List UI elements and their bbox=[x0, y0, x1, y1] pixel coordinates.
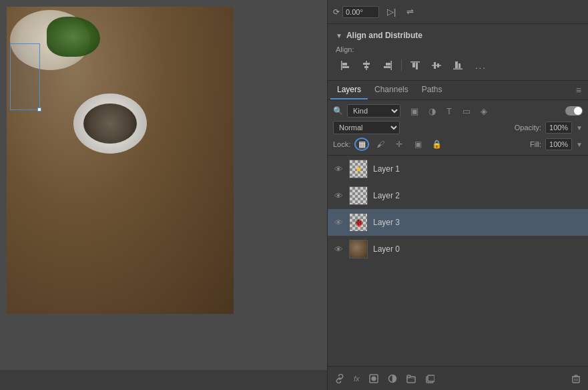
filter-smart-button[interactable]: ◈ bbox=[477, 104, 491, 118]
opacity-input[interactable] bbox=[545, 122, 572, 134]
filter-type-button[interactable]: T bbox=[442, 104, 457, 118]
angle-icon: ⟳ bbox=[333, 7, 340, 17]
add-mask-button[interactable] bbox=[367, 372, 380, 385]
opacity-dropdown-arrow[interactable]: ▼ bbox=[576, 124, 583, 132]
align-left-edges-button[interactable] bbox=[336, 57, 354, 73]
svg-rect-0 bbox=[341, 61, 342, 70]
svg-point-19 bbox=[371, 376, 376, 381]
lock-artboard-button[interactable]: ▣ bbox=[410, 138, 425, 151]
layers-panel: Layers Channels Paths ≡ 🔍 Kind ▣ ◑ T ▭ ◈ bbox=[328, 81, 588, 390]
align-top-edges-button[interactable] bbox=[406, 57, 424, 73]
svg-rect-7 bbox=[386, 63, 390, 65]
svg-rect-14 bbox=[437, 63, 439, 67]
svg-rect-5 bbox=[364, 66, 368, 68]
adjustment-layer-button[interactable] bbox=[386, 372, 399, 385]
align-horizontal-centers-button[interactable] bbox=[357, 57, 376, 73]
new-group-button[interactable] bbox=[404, 372, 418, 385]
filter-shape-button[interactable]: ▭ bbox=[459, 104, 474, 118]
svg-rect-24 bbox=[428, 375, 434, 381]
align-buttons-row: ... bbox=[336, 57, 580, 73]
layer-visibility-icon[interactable]: 👁 bbox=[333, 164, 344, 174]
layer-name: Layer 0 bbox=[373, 244, 583, 254]
fill-input[interactable] bbox=[545, 138, 572, 150]
layer-item[interactable]: 👁 ★ Layer 1 bbox=[328, 156, 588, 182]
svg-rect-15 bbox=[453, 69, 463, 70]
layer-visibility-icon[interactable]: 👁 bbox=[333, 191, 344, 201]
align-bottom-edges-button[interactable] bbox=[449, 57, 467, 73]
opacity-label: Opacity: bbox=[515, 124, 541, 132]
new-layer-button[interactable] bbox=[423, 372, 436, 385]
layer-controls: 🔍 Kind ▣ ◑ T ▭ ◈ Normal bbox=[328, 100, 588, 156]
lock-position-button[interactable]: ✛ bbox=[392, 138, 406, 151]
divider bbox=[401, 59, 402, 71]
right-panel: ⟳ ▷| ⇌ ▼ Align and Distribute Align: bbox=[327, 0, 588, 390]
photo-bg bbox=[7, 7, 234, 314]
filter-icons: ▣ ◑ T ▭ ◈ bbox=[407, 104, 491, 118]
prev-frame-button[interactable]: ▷| bbox=[384, 5, 398, 18]
collapse-arrow-icon[interactable]: ▼ bbox=[336, 32, 342, 39]
layer-name: Layer 2 bbox=[373, 191, 583, 200]
layer-thumbnail: 🐞 bbox=[349, 213, 368, 232]
delete-layer-button[interactable] bbox=[569, 372, 583, 385]
svg-rect-2 bbox=[342, 66, 349, 68]
align-section-title: Align and Distribute bbox=[346, 31, 422, 40]
tab-layers[interactable]: Layers bbox=[330, 81, 368, 100]
filter-select[interactable]: Kind bbox=[347, 104, 400, 118]
layer-visibility-icon[interactable]: 👁 bbox=[333, 244, 344, 254]
layer-list: 👁 ★ Layer 1 👁 Layer 2 👁 bbox=[328, 156, 588, 366]
fill-label: Fill: bbox=[530, 140, 541, 148]
layer-thumbnail bbox=[349, 186, 368, 205]
canvas-image bbox=[7, 7, 234, 314]
svg-rect-4 bbox=[363, 63, 370, 65]
filter-icon: 🔍 bbox=[333, 106, 343, 116]
svg-rect-10 bbox=[412, 63, 415, 67]
lock-image-button[interactable]: 🖌 bbox=[373, 138, 388, 151]
align-section-header: ▼ Align and Distribute bbox=[336, 31, 580, 40]
tab-channels[interactable]: Channels bbox=[368, 81, 415, 100]
align-right-edges-button[interactable] bbox=[378, 57, 397, 73]
layer-item[interactable]: 👁 Layer 2 bbox=[328, 182, 588, 209]
tab-paths[interactable]: Paths bbox=[415, 81, 449, 100]
herbs bbox=[47, 17, 100, 57]
thumbnail-checker bbox=[350, 187, 367, 204]
layer-name: Layer 1 bbox=[373, 164, 583, 174]
layer-thumbnail bbox=[349, 240, 368, 258]
align-label: Align: bbox=[336, 45, 580, 53]
panel-menu-button[interactable]: ≡ bbox=[572, 82, 585, 98]
svg-rect-22 bbox=[407, 375, 410, 377]
fill-dropdown-arrow[interactable]: ▼ bbox=[576, 141, 583, 148]
blend-mode-select[interactable]: Normal bbox=[333, 121, 400, 134]
align-distribute-section: ▼ Align and Distribute Align: bbox=[328, 24, 588, 81]
svg-rect-12 bbox=[432, 65, 441, 66]
thumbnail-food bbox=[350, 240, 367, 258]
thumbnail-bug-icon: 🐞 bbox=[354, 218, 364, 227]
svg-rect-17 bbox=[459, 63, 461, 68]
angle-input[interactable] bbox=[342, 6, 379, 18]
filter-adjustment-button[interactable]: ◑ bbox=[424, 104, 439, 118]
svg-rect-11 bbox=[416, 63, 418, 69]
svg-rect-1 bbox=[342, 63, 347, 65]
svg-rect-16 bbox=[455, 61, 458, 68]
align-vertical-centers-button[interactable] bbox=[427, 57, 446, 73]
more-options-button[interactable]: ... bbox=[470, 58, 492, 73]
filter-pixel-button[interactable]: ▣ bbox=[407, 104, 422, 118]
toggle-knob bbox=[574, 107, 582, 115]
svg-rect-8 bbox=[384, 66, 390, 68]
link-layers-button[interactable] bbox=[333, 372, 346, 385]
canvas-bottom-bar bbox=[0, 370, 327, 390]
canvas-area bbox=[0, 0, 327, 390]
layers-bottom-bar: fx bbox=[328, 366, 588, 390]
filter-toggle[interactable] bbox=[565, 106, 583, 116]
selection-box bbox=[10, 43, 40, 110]
layer-visibility-icon[interactable]: 👁 bbox=[333, 218, 344, 228]
lock-all-button[interactable]: 🔒 bbox=[429, 138, 444, 151]
svg-rect-3 bbox=[366, 61, 367, 70]
svg-rect-6 bbox=[391, 61, 392, 70]
fx-button[interactable]: fx bbox=[352, 373, 362, 385]
layer-item-active[interactable]: 👁 🐞 Layer 3 bbox=[328, 209, 588, 236]
layer-item[interactable]: 👁 Layer 0 bbox=[328, 236, 588, 262]
layer-thumbnail: ★ bbox=[349, 160, 368, 178]
lock-pixels-button[interactable]: ▦ bbox=[354, 138, 369, 151]
animation-button[interactable]: ⇌ bbox=[404, 5, 416, 18]
svg-rect-25 bbox=[573, 377, 579, 383]
